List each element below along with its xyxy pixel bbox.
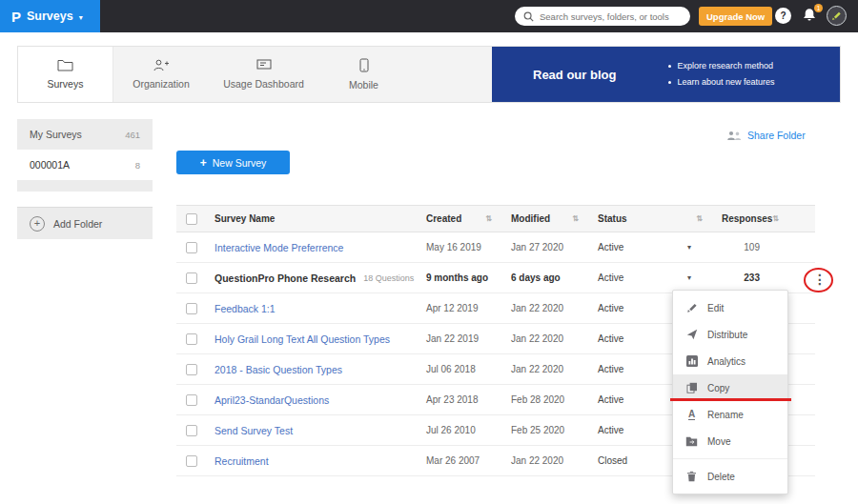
name-cell: Recruitment bbox=[205, 446, 417, 475]
checkbox-cell bbox=[176, 232, 205, 262]
responses-value: 109 bbox=[744, 242, 760, 252]
select-all-checkbox[interactable] bbox=[186, 213, 197, 225]
created-cell: Jul 26 2010 bbox=[417, 415, 501, 445]
share-folder-label: Share Folder bbox=[747, 130, 806, 141]
row-actions-kebab-icon[interactable]: ⋮ bbox=[813, 272, 827, 288]
header-created[interactable]: Created⇅ bbox=[417, 206, 501, 232]
modified-cell: 6 days ago bbox=[501, 263, 588, 292]
menu-item-copy[interactable]: Copy bbox=[673, 374, 787, 401]
sidebar-item-folder-000001A[interactable]: 000001A 8 bbox=[17, 150, 153, 180]
blog-bullet: Learn about new features bbox=[668, 74, 774, 91]
product-switcher-label: Surveys bbox=[27, 10, 73, 23]
status-caret-icon[interactable]: ▾ bbox=[687, 273, 691, 282]
table-row[interactable]: Interactive Mode Preferrence May 16 2019… bbox=[176, 232, 815, 263]
menu-item-rename[interactable]: A Rename bbox=[673, 401, 787, 428]
menu-item-distribute[interactable]: Distribute bbox=[673, 321, 787, 348]
status-label: Active bbox=[598, 303, 623, 313]
app-logo[interactable]: P Surveys ▾ bbox=[0, 0, 100, 32]
tab-surveys[interactable]: Surveys bbox=[18, 47, 113, 102]
new-survey-button[interactable]: + New Survey bbox=[176, 151, 290, 174]
row-checkbox[interactable] bbox=[186, 455, 197, 467]
survey-name-link[interactable]: Feedback 1:1 bbox=[214, 303, 276, 314]
survey-name-link[interactable]: Interactive Mode Preferrence bbox=[214, 242, 343, 253]
row-checkbox[interactable] bbox=[186, 333, 197, 345]
profile-button[interactable] bbox=[827, 6, 847, 26]
checkbox-cell bbox=[176, 385, 205, 414]
survey-name-link[interactable]: QuestionPro Phone Research bbox=[214, 272, 356, 284]
actions-cell bbox=[779, 263, 815, 292]
status-caret-icon[interactable]: ▾ bbox=[687, 243, 691, 252]
notifications-button[interactable]: 1 bbox=[803, 8, 818, 24]
checkbox-cell bbox=[176, 263, 205, 292]
checkbox-cell bbox=[176, 293, 205, 323]
blog-bullet-list: Explore research method Learn about new … bbox=[668, 58, 774, 91]
sidebar-item-label: My Surveys bbox=[30, 129, 82, 140]
name-cell: 2018 - Basic Question Types bbox=[205, 354, 417, 384]
add-folder-label: Add Folder bbox=[53, 218, 102, 230]
header-responses[interactable]: Responses⇅ bbox=[712, 206, 779, 232]
menu-item-label: Edit bbox=[707, 303, 724, 313]
table-header: Survey Name Created⇅ Modified⇅ Status⇅ R… bbox=[176, 205, 815, 232]
menu-item-label: Distribute bbox=[707, 330, 747, 340]
tab-mobile[interactable]: Mobile bbox=[318, 47, 409, 102]
move-folder-icon bbox=[685, 436, 698, 447]
modified-cell: Jan 22 2020 bbox=[501, 324, 588, 353]
sort-icon[interactable]: ⇅ bbox=[696, 214, 703, 223]
survey-name-link[interactable]: April23-StandarQuestions bbox=[214, 394, 329, 406]
row-checkbox[interactable] bbox=[186, 364, 197, 375]
name-cell: Holy Grail Long Text All Question Types bbox=[205, 324, 417, 353]
blog-bullet-text: Explore research method bbox=[677, 58, 773, 74]
created-cell: Apr 12 2019 bbox=[417, 293, 501, 323]
header-survey-name[interactable]: Survey Name bbox=[205, 206, 417, 232]
row-checkbox[interactable] bbox=[186, 303, 197, 314]
survey-name-link[interactable]: Send Survey Test bbox=[214, 425, 293, 436]
tab-usage-dashboard[interactable]: Usage Dashboard bbox=[209, 47, 318, 102]
header-modified[interactable]: Modified⇅ bbox=[501, 206, 588, 232]
survey-name-link[interactable]: Holy Grail Long Text All Question Types bbox=[214, 333, 390, 345]
modified-cell: Jan 22 2020 bbox=[501, 446, 588, 475]
header-status[interactable]: Status⇅ bbox=[588, 206, 712, 232]
survey-name-link[interactable]: Recruitment bbox=[214, 455, 269, 467]
checkbox-cell bbox=[176, 415, 205, 445]
row-checkbox[interactable] bbox=[186, 272, 197, 284]
add-folder-button[interactable]: + Add Folder bbox=[17, 207, 153, 239]
upgrade-now-button[interactable]: Upgrade Now bbox=[699, 7, 772, 26]
created-cell: Jul 06 2018 bbox=[417, 354, 501, 384]
menu-item-delete[interactable]: Delete bbox=[673, 463, 787, 490]
header-label: Modified bbox=[511, 213, 550, 224]
row-checkbox[interactable] bbox=[186, 425, 197, 436]
status-label: Active bbox=[598, 364, 623, 374]
dashboard-icon bbox=[256, 59, 272, 71]
tab-label: Surveys bbox=[48, 78, 84, 90]
mobile-icon bbox=[359, 58, 369, 72]
menu-item-label: Rename bbox=[707, 410, 744, 420]
row-checkbox[interactable] bbox=[186, 242, 197, 253]
sidebar-item-count: 461 bbox=[125, 130, 140, 140]
copy-icon bbox=[685, 382, 698, 393]
tab-organization[interactable]: Organization bbox=[113, 47, 209, 102]
edit-icon bbox=[685, 302, 698, 313]
folders-sidebar: My Surveys 461 000001A 8 + Add Folder bbox=[17, 119, 153, 239]
survey-name-link[interactable]: 2018 - Basic Question Types bbox=[214, 364, 342, 375]
new-survey-label: New Survey bbox=[213, 157, 267, 169]
blog-title: Read our blog bbox=[492, 68, 616, 82]
bullet-dot-icon bbox=[668, 65, 671, 68]
help-button[interactable]: ? bbox=[775, 8, 791, 24]
sort-icon[interactable]: ⇅ bbox=[572, 214, 579, 223]
menu-item-analytics[interactable]: Analytics bbox=[673, 348, 787, 374]
share-folder-button[interactable]: Share Folder bbox=[726, 130, 806, 141]
sidebar-item-my-surveys[interactable]: My Surveys 461 bbox=[17, 119, 153, 150]
search-input[interactable] bbox=[540, 11, 682, 22]
blog-banner[interactable]: Read our blog Explore research method Le… bbox=[492, 47, 840, 102]
plus-circle-icon: + bbox=[30, 216, 45, 232]
bullet-dot-icon bbox=[668, 81, 671, 84]
menu-item-edit[interactable]: Edit bbox=[673, 294, 787, 321]
folder-icon bbox=[57, 59, 73, 71]
menu-item-move[interactable]: Move bbox=[673, 428, 787, 454]
modified-cell: Jan 22 2020 bbox=[501, 293, 588, 323]
survey-meta: 18 Questions bbox=[363, 273, 414, 283]
sort-icon[interactable]: ⇅ bbox=[485, 214, 492, 223]
row-checkbox[interactable] bbox=[186, 394, 197, 406]
responses-cell: 109 bbox=[712, 232, 779, 262]
menu-item-label: Copy bbox=[707, 383, 729, 393]
